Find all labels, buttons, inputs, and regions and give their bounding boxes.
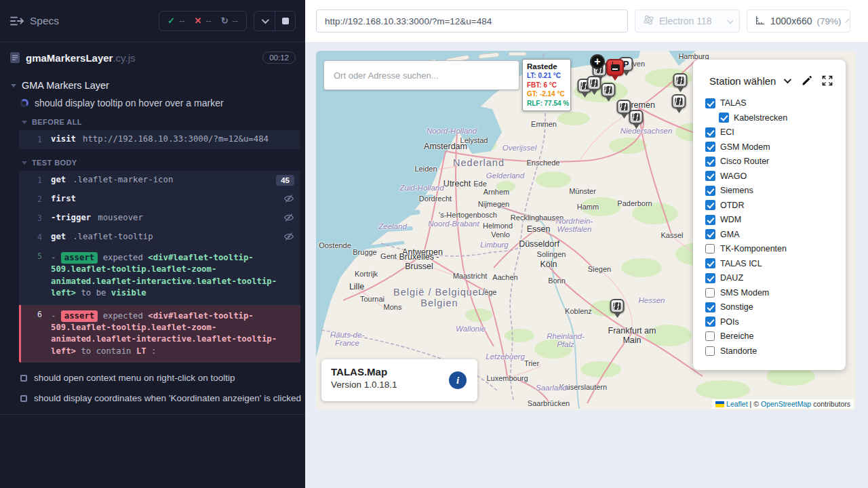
checkbox-checked[interactable] [705,142,715,152]
command-get[interactable]: 1get.leaflet-marker-icon45 [19,171,300,190]
hidden-eye-icon [283,231,294,244]
command-get[interactable]: 4get.leaflet-tooltip [19,228,300,247]
command-first[interactable]: 2first [19,190,300,209]
expand-fullscreen-icon[interactable] [821,75,833,87]
checkbox-checked[interactable] [705,302,715,312]
marker-station-pin[interactable] [672,94,686,114]
assert-message: - assert expected <div#leaflet-tooltip-5… [51,251,294,301]
checkbox-checked[interactable] [705,157,715,166]
station-label: TK-Komponenten [720,244,787,253]
edit-pencil-icon[interactable] [801,75,813,87]
assert-passed[interactable]: 5- assert expected <div#leaflet-tooltip-… [19,247,300,305]
checkbox-checked[interactable] [719,113,728,123]
station-label: Cisco Router [720,157,769,166]
station-select-label[interactable]: Station wählen [709,75,776,87]
info-icon[interactable]: i [449,371,467,389]
viewport-selector[interactable]: 1000x660 (79%) [747,9,850,33]
pending-test[interactable]: should display coordinates when 'Koordin… [20,393,305,403]
station-row-sms-modem[interactable]: SMS Modem [705,287,833,298]
station-row-dauz[interactable]: DAUZ [705,272,833,283]
checkbox-unchecked[interactable] [705,346,715,356]
station-row-tk-komponenten[interactable]: TK-Komponenten [705,243,833,254]
map-attribution: Leaflet | © OpenStreetMap contributors [712,399,854,409]
tooltip-value-row: LT: 0.21 °C [527,71,566,81]
suite-gma-markers-layer[interactable]: GMA Markers Layer [11,80,305,91]
station-row-sonstige[interactable]: Sonstige [705,302,833,312]
address-bar[interactable] [316,9,628,33]
specs-menu-icon[interactable] [9,15,24,27]
checkbox-unchecked[interactable] [705,288,715,298]
marker-station-pin[interactable] [587,76,601,96]
divider [0,414,305,415]
station-row-cisco-router[interactable]: Cisco Router [705,156,833,167]
tooltip-value-row: FBT: 6 °C [527,81,566,90]
station-row-standorte[interactable]: Standorte [705,346,833,357]
command-args: .leaflet-marker-icon [73,175,173,184]
marker-tooltip[interactable]: Rastede LT: 0.21 °CFBT: 6 °CGT: -2.14 °C… [522,59,571,111]
hook-before-all[interactable]: BEFORE ALL [22,118,305,126]
electron-icon [643,14,654,28]
station-row-pois[interactable]: POIs [705,317,833,327]
command-number: 6 [21,309,42,319]
map-search-box[interactable] [323,60,519,90]
spec-file-row[interactable]: gmaMarkersLayer .cy.js 00:12 [0,42,305,73]
stop-run-button[interactable] [275,12,295,30]
test-active[interactable]: should display tooltip on hover over a m… [20,98,305,108]
station-row-gsm-modem[interactable]: GSM Modem [705,142,833,152]
marker-station-pin[interactable] [610,299,625,319]
checkbox-unchecked[interactable] [705,244,715,253]
command-visit[interactable]: 1visithttp://192.168.10.33:3000/?m=12&u=… [19,130,300,149]
station-row-eci[interactable]: ECI [705,127,833,138]
command-args: .leaflet-tooltip [73,232,153,241]
checkbox-checked[interactable] [705,186,715,195]
station-row-bereiche[interactable]: Bereiche [705,331,833,342]
modem-icon [611,64,620,71]
station-row-kabelstrecken[interactable]: Kabelstrecken [705,113,833,123]
marker-station-pin[interactable] [629,110,644,129]
chevron-down-icon[interactable] [784,76,791,83]
command-trigger[interactable]: 3-triggermouseover [19,209,300,228]
station-label: ECI [720,127,734,137]
checkbox-checked[interactable] [705,273,715,283]
hidden-eye-icon [283,212,294,225]
assert-failed[interactable]: 6- assert expected <div#leaflet-tooltip-… [19,305,300,363]
gray-pin-head [673,73,688,87]
cluster-expand-marker[interactable]: + [590,54,605,69]
hook-test-body[interactable]: TEST BODY [22,159,305,167]
station-row-wdm[interactable]: WDM [705,214,833,225]
station-row-talas-icl[interactable]: TALAS ICL [705,258,833,269]
station-row-gma[interactable]: GMA [705,229,833,240]
spec-file-name: gmaMarkersLayer [26,52,113,64]
app-info-card: TALAS.Map Version 1.0.18.1 i [321,359,477,401]
checkbox-checked[interactable] [705,201,715,210]
checkbox-checked[interactable] [705,259,715,268]
marker-station-pin[interactable] [601,83,616,102]
station-label: GMA [720,230,739,239]
command-number: 2 [19,195,42,204]
station-row-talas[interactable]: TALAS [705,98,833,108]
leaflet-link[interactable]: Leaflet [726,400,748,408]
map-canvas[interactable]: HamburgBremerhavenBremenEmmenLelystadAms… [316,51,856,410]
browser-selector[interactable]: Electron 118 [635,9,740,33]
checkbox-unchecked[interactable] [705,331,715,341]
checkbox-checked[interactable] [705,317,715,327]
checkbox-checked[interactable] [705,98,715,108]
tooltip-title: Rastede [527,62,566,70]
station-row-wago[interactable]: WAGO [705,171,833,182]
search-input[interactable] [324,70,519,81]
station-row-siemens[interactable]: Siemens [705,185,833,196]
station-label: WAGO [720,171,747,181]
marker-station-pin[interactable] [673,73,688,93]
pending-test[interactable]: should open context menu on right-click … [20,373,305,383]
marker-alarm-pin[interactable] [606,59,624,83]
checkbox-checked[interactable] [705,215,715,224]
checkbox-checked[interactable] [705,171,715,181]
collapse-all-button[interactable] [254,12,275,30]
pending-test-title: should open context menu on right-click … [34,373,235,383]
rack-icon [605,86,612,94]
checkbox-checked[interactable] [705,127,715,137]
openstreetmap-link[interactable]: OpenStreetMap [761,400,811,408]
specs-title[interactable]: Specs [30,15,59,27]
checkbox-checked[interactable] [705,230,715,239]
station-row-otdr[interactable]: OTDR [705,200,833,211]
